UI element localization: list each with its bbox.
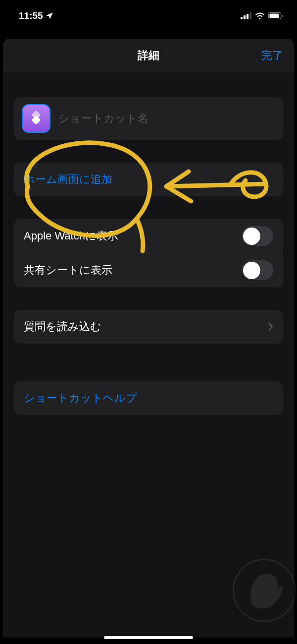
name-group: ショートカット名 [14, 97, 283, 140]
share-sheet-toggle[interactable] [242, 260, 273, 280]
status-time-area: 11:55 [19, 10, 54, 21]
svg-rect-0 [241, 17, 243, 19]
content-area: ショートカット名 ホーム画面に追加 Apple Watchに表示 共有シートに表… [3, 72, 294, 638]
import-questions-label: 質問を読み込む [24, 319, 268, 334]
wifi-icon [255, 12, 265, 20]
apple-watch-label: Apple Watchに表示 [24, 229, 242, 243]
chevron-right-icon [268, 322, 273, 331]
nav-bar: 詳細 完了 [3, 39, 294, 72]
nav-title: 詳細 [138, 48, 159, 63]
shortcuts-glyph-icon [28, 110, 45, 127]
shortcut-name-cell[interactable]: ショートカット名 [14, 97, 283, 140]
cellular-icon [241, 12, 251, 19]
import-questions-button[interactable]: 質問を読み込む [14, 310, 283, 344]
status-bar: 11:55 [0, 0, 297, 25]
shortcut-app-icon[interactable] [22, 104, 50, 133]
status-indicators [241, 12, 283, 20]
import-questions-group: 質問を読み込む [14, 310, 283, 344]
home-indicator[interactable] [104, 636, 193, 639]
toggle-knob [243, 262, 260, 279]
shortcut-name-input[interactable]: ショートカット名 [58, 111, 148, 126]
share-sheet-label: 共有シートに表示 [24, 263, 242, 278]
apple-watch-toggle[interactable] [242, 226, 273, 246]
done-button[interactable]: 完了 [261, 48, 283, 63]
share-sheet-cell: 共有シートに表示 [14, 253, 283, 287]
location-icon [45, 11, 54, 20]
svg-rect-1 [244, 15, 246, 19]
svg-rect-2 [247, 14, 248, 19]
shortcut-help-button[interactable]: ショートカットヘルプ [14, 381, 283, 415]
status-time: 11:55 [19, 10, 43, 21]
apple-watch-cell: Apple Watchに表示 [14, 219, 283, 253]
battery-icon [268, 12, 283, 19]
add-to-home-button[interactable]: ホーム画面に追加 [14, 163, 283, 196]
svg-rect-5 [270, 14, 279, 18]
watermark-icon [232, 558, 297, 623]
shortcut-help-label: ショートカットヘルプ [24, 391, 137, 406]
svg-rect-3 [249, 12, 251, 19]
help-group: ショートカットヘルプ [14, 381, 283, 415]
toggle-knob [243, 228, 260, 245]
svg-rect-8 [31, 115, 41, 125]
add-home-group: ホーム画面に追加 [14, 163, 283, 196]
add-to-home-label: ホーム画面に追加 [24, 172, 112, 187]
toggles-group: Apple Watchに表示 共有シートに表示 [14, 219, 283, 287]
svg-rect-6 [282, 15, 283, 17]
